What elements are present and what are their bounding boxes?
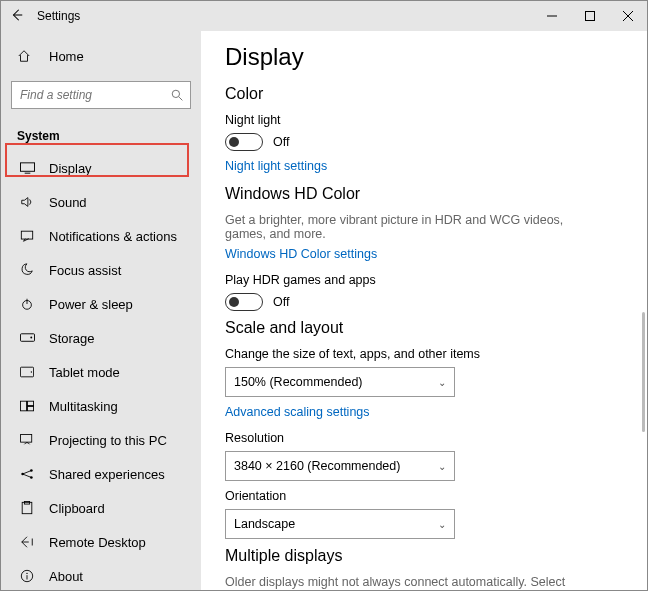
shared-icon [17, 467, 37, 481]
sidebar-item-remote[interactable]: Remote Desktop [1, 525, 201, 559]
clipboard-icon [17, 501, 37, 515]
section-multiple: Multiple displays [225, 547, 623, 565]
toggle-track [225, 293, 263, 311]
orientation-label: Orientation [225, 489, 623, 503]
nav-label: Clipboard [49, 501, 105, 516]
svg-rect-16 [27, 401, 33, 405]
toggle-state: Off [273, 295, 289, 309]
nav-label: Remote Desktop [49, 535, 146, 550]
about-icon [17, 569, 37, 583]
sidebar-item-tablet[interactable]: Tablet mode [1, 355, 201, 389]
svg-point-12 [30, 337, 32, 339]
svg-line-5 [179, 97, 182, 100]
hdcolor-link[interactable]: Windows HD Color settings [225, 247, 623, 261]
select-value: 150% (Recommended) [234, 375, 363, 389]
scrollbar[interactable] [642, 312, 645, 432]
svg-rect-8 [21, 231, 32, 239]
remote-icon [17, 535, 37, 549]
resolution-select[interactable]: 3840 × 2160 (Recommended) ⌄ [225, 451, 455, 481]
chevron-down-icon: ⌄ [438, 377, 446, 388]
tablet-icon [17, 366, 37, 378]
select-value: Landscape [234, 517, 295, 531]
sidebar-item-storage[interactable]: Storage [1, 321, 201, 355]
svg-point-27 [26, 573, 27, 574]
display-icon [17, 162, 37, 174]
toggle-state: Off [273, 135, 289, 149]
advanced-scaling-link[interactable]: Advanced scaling settings [225, 405, 623, 419]
notifications-icon [17, 229, 37, 243]
scale-select[interactable]: 150% (Recommended) ⌄ [225, 367, 455, 397]
multiple-desc: Older displays might not always connect … [225, 575, 585, 591]
sidebar-group: System [1, 117, 201, 151]
toggle-track [225, 133, 263, 151]
svg-point-22 [30, 469, 33, 472]
window-title: Settings [33, 9, 533, 23]
night-light-toggle[interactable]: Off [225, 133, 623, 151]
section-hdcolor: Windows HD Color [225, 185, 623, 203]
nav-label: Shared experiences [49, 467, 165, 482]
sidebar-item-sound[interactable]: Sound [1, 185, 201, 219]
home-label: Home [49, 49, 84, 64]
close-button[interactable] [609, 1, 647, 31]
nav-label: Projecting to this PC [49, 433, 167, 448]
home-icon [17, 49, 37, 63]
play-hdr-toggle[interactable]: Off [225, 293, 623, 311]
chevron-down-icon: ⌄ [438, 519, 446, 530]
resolution-label: Resolution [225, 431, 623, 445]
play-hdr-label: Play HDR games and apps [225, 273, 623, 287]
sidebar-item-power[interactable]: Power & sleep [1, 287, 201, 321]
sound-icon [17, 195, 37, 209]
night-light-label: Night light [225, 113, 623, 127]
sidebar-item-about[interactable]: About [1, 559, 201, 591]
back-button[interactable] [1, 8, 33, 25]
sidebar: Home System Display Sound Notifications … [1, 31, 201, 591]
nav-label: About [49, 569, 83, 584]
svg-rect-1 [586, 12, 595, 21]
search-icon[interactable] [163, 81, 191, 109]
power-icon [17, 297, 37, 311]
nav-label: Tablet mode [49, 365, 120, 380]
hdcolor-desc: Get a brighter, more vibrant picture in … [225, 213, 585, 241]
section-scale: Scale and layout [225, 319, 623, 337]
sidebar-item-home[interactable]: Home [1, 39, 201, 73]
svg-point-14 [31, 371, 32, 372]
night-light-settings-link[interactable]: Night light settings [225, 159, 623, 173]
svg-rect-17 [27, 406, 33, 410]
page-title: Display [225, 43, 623, 71]
sidebar-item-clipboard[interactable]: Clipboard [1, 491, 201, 525]
svg-rect-6 [20, 163, 34, 171]
chevron-down-icon: ⌄ [438, 461, 446, 472]
orientation-select[interactable]: Landscape ⌄ [225, 509, 455, 539]
svg-rect-18 [21, 434, 32, 442]
nav-label: Multitasking [49, 399, 118, 414]
sidebar-item-shared[interactable]: Shared experiences [1, 457, 201, 491]
section-color: Color [225, 85, 623, 103]
select-value: 3840 × 2160 (Recommended) [234, 459, 400, 473]
nav-label: Display [49, 161, 92, 176]
maximize-button[interactable] [571, 1, 609, 31]
sidebar-item-notifications[interactable]: Notifications & actions [1, 219, 201, 253]
svg-point-21 [21, 473, 24, 476]
titlebar: Settings [1, 1, 647, 31]
nav-label: Sound [49, 195, 87, 210]
sidebar-item-projecting[interactable]: Projecting to this PC [1, 423, 201, 457]
nav-label: Power & sleep [49, 297, 133, 312]
storage-icon [17, 333, 37, 343]
nav-label: Notifications & actions [49, 229, 177, 244]
nav-label: Storage [49, 331, 95, 346]
svg-line-19 [23, 471, 32, 475]
svg-rect-15 [20, 401, 26, 411]
multitasking-icon [17, 400, 37, 412]
sidebar-item-focus[interactable]: Focus assist [1, 253, 201, 287]
nav-label: Focus assist [49, 263, 121, 278]
minimize-button[interactable] [533, 1, 571, 31]
content: Display Color Night light Off Night ligh… [201, 31, 647, 591]
svg-point-4 [172, 90, 179, 97]
svg-rect-11 [20, 334, 34, 342]
sidebar-item-multitasking[interactable]: Multitasking [1, 389, 201, 423]
svg-point-23 [30, 476, 33, 479]
sidebar-item-display[interactable]: Display [1, 151, 201, 185]
projecting-icon [17, 434, 37, 446]
svg-line-20 [23, 474, 32, 478]
focus-icon [17, 263, 37, 277]
